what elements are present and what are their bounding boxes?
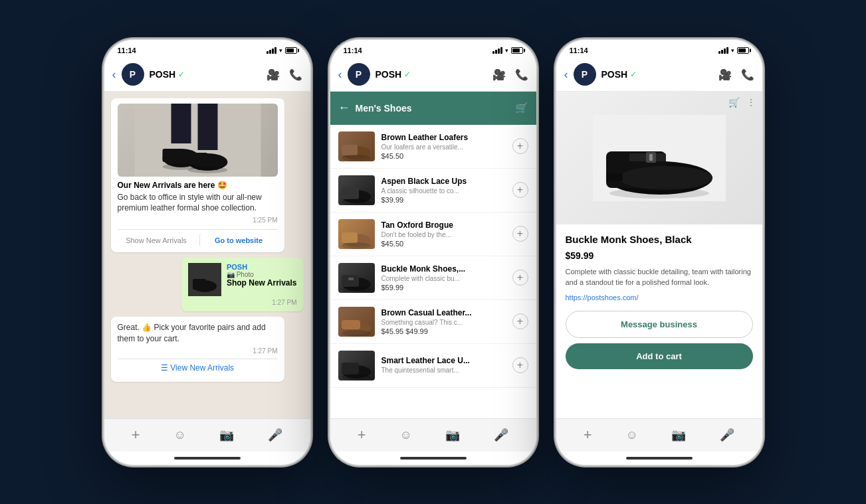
video-call-icon-1[interactable]: 🎥 — [267, 68, 280, 81]
status-bar-1: 11:14 ▾ — [104, 40, 310, 58]
go-to-website-btn[interactable]: Go to website — [199, 234, 278, 247]
product-price: $59.99 — [566, 250, 753, 261]
message-business-btn[interactable]: Message business — [566, 311, 753, 338]
product-more-icon[interactable]: ⋮ — [746, 97, 756, 108]
show-arrivals-btn[interactable]: Show New Arrivals — [118, 234, 195, 247]
header-name-2: POSH — [376, 69, 402, 80]
plus-icon-3[interactable]: + — [584, 426, 592, 444]
add-to-cart-btn[interactable]: Add to cart — [566, 343, 753, 369]
catalog-add-btn-3[interactable]: + — [512, 270, 528, 286]
mic-icon-3[interactable]: 🎤 — [720, 428, 734, 442]
product-name: Buckle Monk Shoes, Black — [566, 234, 753, 245]
chat-bottom-1: + ☺ 📷 🎤 — [104, 418, 310, 452]
status-bar-3: 11:14 ▾ — [556, 40, 762, 58]
home-indicator-3 — [556, 452, 762, 465]
header-name-3: POSH — [601, 69, 628, 80]
signal-icon-3 — [718, 47, 728, 54]
message-arrivals: Our New Arrivals are here 🤩 Go back to o… — [111, 98, 284, 253]
emoji-icon-2[interactable]: ☺ — [399, 428, 411, 442]
camera-icon-3[interactable]: 📷 — [671, 428, 686, 442]
emoji-icon-1[interactable]: ☺ — [173, 428, 185, 442]
mic-icon-2[interactable]: 🎤 — [494, 428, 508, 442]
chat-header-3: ‹ P POSH ✓ 🎥 📞 — [556, 58, 762, 92]
product-shoe-svg — [593, 115, 726, 201]
catalog-add-btn-0[interactable]: + — [512, 138, 528, 154]
shoe-svg-2 — [338, 219, 375, 249]
catalog-add-btn-4[interactable]: + — [512, 313, 528, 329]
message-outgoing-1: POSH 📷 Photo Shop New Arrivals 1:27 PM — [181, 258, 304, 311]
svg-point-20 — [342, 242, 371, 249]
catalog-cart-icon[interactable]: 🛒 — [515, 102, 528, 114]
back-button-3[interactable]: ‹ — [564, 68, 568, 82]
back-button-1[interactable]: ‹ — [112, 68, 116, 82]
video-call-icon-2[interactable]: 🎥 — [492, 68, 506, 81]
status-icons-2: ▾ — [492, 47, 523, 54]
phone-3-frame: 11:14 ▾ ‹ P POSH ✓ 🎥 📞 — [556, 40, 762, 465]
plus-icon-2[interactable]: + — [358, 426, 366, 444]
catalog-info-4: Brown Casual Leather... Something casual… — [381, 308, 506, 335]
chat-body-1: Our New Arrivals are here 🤩 Go back to o… — [104, 92, 310, 418]
home-bar-3 — [626, 457, 693, 460]
product-cart-icon[interactable]: 🛒 — [728, 97, 740, 108]
svg-point-17 — [342, 199, 371, 205]
catalog-price-0: $45.50 — [381, 152, 506, 160]
catalog-price-2: $45.50 — [381, 240, 506, 248]
outgoing-shoe-svg — [188, 263, 221, 296]
catalog-add-btn-5[interactable]: + — [512, 357, 528, 373]
catalog-info-5: Smart Leather Lace U... The quintessenti… — [381, 356, 506, 375]
catalog-img-0 — [338, 131, 375, 161]
catalog-name-0: Brown Leather Loafers — [381, 133, 506, 142]
catalog-item-1: Aspen Black Lace Ups A classic silhouett… — [330, 169, 536, 212]
catalog-add-btn-2[interactable]: + — [512, 226, 528, 242]
svg-rect-37 — [649, 154, 653, 161]
home-indicator-2 — [330, 452, 536, 465]
status-bar-2: 11:14 ▾ — [330, 40, 536, 58]
svg-rect-4 — [162, 149, 182, 162]
catalog-img-3 — [338, 263, 375, 293]
shoe-svg-1 — [338, 175, 375, 205]
product-detail-body: Buckle Monk Shoes, Black $59.99 Complete… — [556, 224, 762, 418]
plus-icon-1[interactable]: + — [132, 426, 140, 444]
view-arrivals-btn[interactable]: ☰ View New Arrivals — [118, 359, 278, 377]
shoe-image-1 — [118, 104, 278, 177]
mic-icon-1[interactable]: 🎤 — [268, 428, 282, 442]
svg-point-27 — [342, 330, 371, 337]
catalog-name-1: Aspen Black Lace Ups — [381, 177, 506, 186]
phone-2: 11:14 ▾ ‹ P POSH ✓ 🎥 📞 — [330, 40, 536, 465]
svg-rect-38 — [606, 173, 623, 181]
outgoing-subtitle-1: 📷 Photo — [227, 271, 297, 278]
catalog-item-5: Smart Leather Lace U... The quintessenti… — [330, 344, 536, 388]
phone-call-icon-1[interactable]: 📞 — [289, 68, 302, 81]
product-img-icons: 🛒 ⋮ — [728, 97, 756, 108]
video-call-icon-3[interactable]: 🎥 — [718, 68, 732, 81]
catalog-img-1 — [338, 175, 375, 205]
phone-call-icon-3[interactable]: 📞 — [741, 68, 754, 81]
msg-time-2: 1:27 PM — [118, 347, 278, 355]
camera-icon-2[interactable]: 📷 — [445, 428, 460, 442]
verified-badge-1: ✓ — [178, 70, 185, 79]
catalog-add-btn-1[interactable]: + — [512, 182, 528, 198]
catalog-desc-5: The quintessential smart... — [381, 367, 506, 374]
svg-point-39 — [609, 188, 709, 199]
svg-point-8 — [187, 167, 227, 173]
outgoing-text-1: POSH 📷 Photo Shop New Arrivals — [227, 263, 297, 288]
camera-icon-1[interactable]: 📷 — [219, 428, 234, 442]
phone-call-icon-2[interactable]: 📞 — [515, 68, 528, 81]
svg-point-24 — [342, 286, 371, 293]
wifi-icon-1: ▾ — [279, 47, 282, 54]
status-icons-3: ▾ — [718, 47, 749, 54]
svg-point-14 — [342, 155, 371, 161]
battery-icon-1 — [285, 47, 297, 54]
product-img-area: 🛒 ⋮ — [556, 92, 762, 224]
status-time-3: 11:14 — [570, 46, 588, 54]
svg-rect-22 — [342, 275, 359, 287]
back-button-2[interactable]: ‹ — [338, 68, 342, 82]
chat-bottom-2: + ☺ 📷 🎤 — [330, 418, 536, 452]
product-link[interactable]: https://postshoes.com/ — [566, 294, 753, 301]
catalog-back-btn[interactable]: ← — [338, 101, 350, 115]
chat-header-2: ‹ P POSH ✓ 🎥 📞 — [330, 58, 536, 92]
emoji-icon-3[interactable]: ☺ — [625, 428, 637, 442]
battery-icon-3 — [737, 47, 749, 54]
svg-point-30 — [342, 374, 371, 380]
catalog-img-4 — [338, 307, 375, 337]
